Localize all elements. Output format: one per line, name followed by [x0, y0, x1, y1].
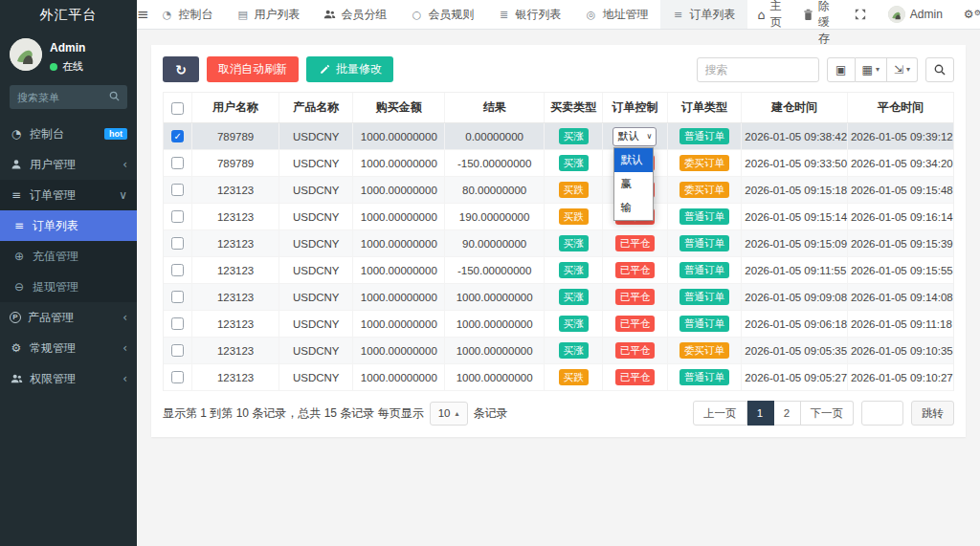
sidebar: 外汇平台 Admin 在线 ◔控制台hot用户管理‹≡订单管理∨≡订单列表⊕充值… — [0, 0, 137, 546]
cancel-auto-refresh-button[interactable]: 取消自动刷新 — [207, 56, 299, 82]
sidebar-item-users[interactable]: 用户管理‹ — [0, 149, 137, 180]
cell-buy-type: 买涨 — [545, 338, 603, 364]
table-row[interactable]: 123123USDCNY1000.0000000080.00000000买跌已平… — [164, 177, 953, 204]
caret-down-icon: ▾ — [906, 65, 910, 74]
settings-menu[interactable]: ⚙⚙ — [953, 0, 980, 30]
table-row[interactable]: 123123USDCNY1000.000000001000.00000000买跌… — [164, 364, 953, 391]
sidebar-item-permissions[interactable]: 权限管理‹ — [0, 363, 137, 394]
toolbar: ↻ 取消自动刷新 批量修改 ▣ ▦▾ ⇲▾ — [163, 56, 954, 82]
export-button[interactable]: ⇲▾ — [887, 57, 918, 82]
next-page-button[interactable]: 下一页 — [801, 401, 855, 426]
cell-open-time: 2026-01-05 09:05:35 — [742, 338, 848, 364]
table-row[interactable]: 123123USDCNY1000.00000000190.00000000买跌已… — [164, 204, 953, 230]
user-menu[interactable]: Admin — [878, 0, 953, 30]
cell-order-type: 普通订单 — [667, 311, 742, 338]
chevron-left-icon: ‹ — [122, 158, 127, 171]
prev-page-button[interactable]: 上一页 — [693, 401, 747, 426]
bars-icon: ≡ — [12, 219, 26, 232]
buy-type-badge: 买涨 — [559, 262, 589, 278]
table-row[interactable]: 123123USDCNY1000.0000000090.00000000买涨已平… — [164, 230, 953, 257]
select-option[interactable]: 赢 — [614, 172, 653, 196]
table-search-input[interactable] — [697, 57, 819, 82]
cell-open-time: 2026-01-05 09:33:50 — [742, 150, 848, 177]
cell-buy-type: 买涨 — [545, 284, 603, 311]
sidebar-item-recharge[interactable]: ⊕充值管理 — [0, 241, 137, 272]
row-checkbox[interactable] — [171, 264, 184, 276]
cell-checkbox — [164, 204, 192, 230]
tab-label: 会员规则 — [429, 7, 475, 23]
table-row[interactable]: 789789USDCNY1000.00000000-150.00000000买涨… — [164, 150, 953, 177]
clear-cache-link[interactable]: 清除缓存 — [792, 0, 843, 30]
row-checkbox[interactable] — [171, 237, 184, 250]
select-option[interactable]: 输 — [614, 196, 653, 220]
cell-result: 0.00000000 — [445, 123, 545, 150]
batch-edit-button[interactable]: 批量修改 — [306, 56, 393, 82]
sidebar-item-orders[interactable]: ≡订单管理∨ — [0, 180, 137, 210]
tab-user-list[interactable]: ▤用户列表 — [225, 0, 312, 29]
columns-button[interactable]: ▦▾ — [856, 57, 887, 82]
page-size-dropdown[interactable]: 10 ▴ — [430, 402, 468, 426]
users-icon — [10, 373, 23, 384]
tab-member-groups[interactable]: 会员分组 — [312, 0, 399, 29]
table-row[interactable]: 123123USDCNY1000.000000001000.00000000买涨… — [164, 338, 953, 364]
cell-open-time: 2026-01-05 09:09:08 — [742, 284, 848, 311]
cell-close-time: 2026-01-05 09:15:39 — [847, 230, 953, 257]
row-checkbox[interactable] — [171, 371, 184, 383]
cell-checkbox — [164, 311, 192, 338]
select-option[interactable]: 默认 — [614, 148, 653, 172]
cell-order-type: 普通订单 — [667, 204, 742, 230]
cell-amount: 1000.00000000 — [353, 230, 445, 257]
jump-button[interactable]: 跳转 — [911, 401, 954, 426]
tab-bank-list[interactable]: ≣银行列表 — [486, 0, 573, 29]
table-row[interactable]: 123123USDCNY1000.000000001000.00000000买涨… — [164, 311, 953, 338]
sidebar-item-dashboard[interactable]: ◔控制台hot — [0, 119, 137, 149]
order-type-badge: 普通订单 — [679, 369, 729, 385]
order-type-badge: 普通订单 — [679, 262, 729, 278]
order-control-select[interactable]: 默认∨默认赢输 — [612, 127, 657, 146]
sidebar-item-label: 权限管理 — [30, 371, 116, 387]
table-row[interactable]: 123123USDCNY1000.000000001000.00000000买涨… — [164, 284, 953, 311]
column-header: 产品名称 — [278, 93, 353, 123]
fullscreen-button[interactable] — [843, 0, 878, 30]
sidebar-toggle-icon[interactable]: ≡ — [137, 0, 149, 29]
row-checkbox[interactable] — [171, 184, 184, 196]
table-row[interactable]: 123123USDCNY1000.00000000-150.00000000买涨… — [164, 257, 953, 284]
table-row[interactable]: ✓789789USDCNY1000.000000000.00000000买涨默认… — [164, 123, 953, 150]
cell-product: USDCNY — [278, 177, 353, 204]
sidebar-item-withdraw[interactable]: ⊖提现管理 — [0, 272, 137, 302]
cell-open-time: 2026-01-05 09:38:42 — [742, 123, 848, 150]
toggle-view-button[interactable]: ▣ — [827, 57, 856, 82]
cell-buy-type: 买涨 — [545, 311, 603, 338]
home-link[interactable]: ⌂ 主页 — [747, 0, 792, 30]
select-all-checkbox[interactable] — [171, 102, 184, 115]
cell-order-control: 已平仓 — [603, 338, 668, 364]
search-button[interactable] — [925, 57, 954, 82]
row-checkbox[interactable] — [171, 344, 184, 357]
tab-address-mgmt[interactable]: ◎地址管理 — [573, 0, 660, 29]
home-icon: ⌂ — [758, 8, 766, 22]
cell-open-time: 2026-01-05 09:15:14 — [742, 204, 848, 230]
tab-dashboard[interactable]: ◔控制台 — [149, 0, 225, 29]
row-checkbox[interactable]: ✓ — [171, 130, 184, 142]
row-checkbox[interactable] — [171, 317, 184, 330]
cell-order-type: 普通订单 — [667, 257, 742, 284]
tab-member-rules[interactable]: ○会员规则 — [399, 0, 486, 29]
jump-page-input[interactable] — [861, 401, 903, 426]
cell-close-time: 2026-01-05 09:14:08 — [847, 284, 953, 311]
tab-order-list[interactable]: ≡订单列表 — [660, 0, 747, 29]
sidebar-item-general[interactable]: ⚙常规管理‹ — [0, 333, 137, 363]
cell-result: -150.00000000 — [445, 150, 545, 177]
row-checkbox[interactable] — [171, 210, 184, 223]
refresh-button[interactable]: ↻ — [163, 56, 199, 82]
row-checkbox[interactable] — [171, 157, 184, 169]
cell-username: 123123 — [192, 257, 279, 284]
sidebar-item-label: 产品管理 — [28, 310, 116, 326]
cell-product: USDCNY — [278, 123, 353, 150]
cell-result: 1000.00000000 — [445, 338, 545, 364]
sidebar-item-products[interactable]: P产品管理‹ — [0, 302, 137, 333]
sidebar-item-label: 充值管理 — [33, 249, 127, 265]
row-checkbox[interactable] — [171, 291, 184, 303]
page-button-2[interactable]: 2 — [774, 401, 801, 426]
page-button-1[interactable]: 1 — [747, 401, 774, 426]
sidebar-item-order-list[interactable]: ≡订单列表 — [0, 210, 137, 241]
